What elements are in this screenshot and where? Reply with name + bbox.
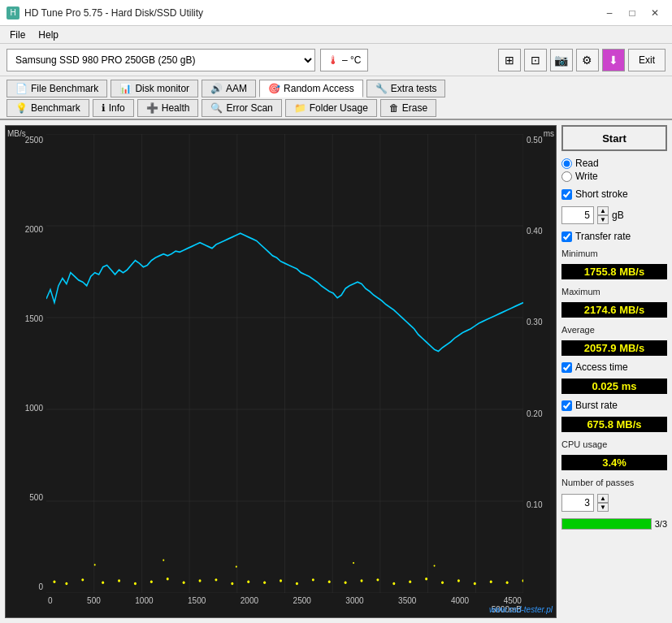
right-panel: Start Read Write Short stroke ▲ ▼ [561,125,667,618]
write-radio[interactable] [561,171,572,182]
short-stroke-label: Short stroke [575,188,628,200]
maximize-button[interactable]: □ [622,4,643,22]
spin-up-button[interactable]: ▲ [597,206,609,215]
toolbar-btn-2[interactable]: ⊡ [524,49,547,71]
x-label-500: 500 [87,596,101,617]
temp-value: – °C [342,54,361,66]
title-bar: H HD Tune Pro 5.75 - Hard Disk/SSD Utili… [0,0,672,26]
y-right-4: 0.10 [527,500,553,509]
svg-point-20 [118,579,120,582]
y-left-3: 1000 [9,404,43,413]
burst-rate-checkbox-label[interactable]: Burst rate [561,400,667,411]
svg-point-38 [409,580,411,582]
toolbar-btn-3[interactable]: 📷 [550,49,573,71]
close-button[interactable]: ✕ [644,4,665,22]
minimum-label: Minimum [561,249,667,258]
x-label-2000: 2000 [241,596,258,617]
cpu-usage-value: 3.4% [561,455,667,470]
burst-rate-label: Burst rate [575,400,618,411]
svg-point-43 [490,580,492,582]
svg-point-49 [353,562,354,564]
svg-point-24 [183,582,185,584]
tab-disk-monitor[interactable]: 📊 Disk monitor [111,80,198,97]
minimize-button[interactable]: – [599,4,620,22]
average-label: Average [561,325,667,335]
spin-down-button[interactable]: ▼ [597,215,609,224]
transfer-rate-checkbox[interactable] [561,231,572,242]
exit-button[interactable]: Exit [628,49,665,71]
tab-erase[interactable]: 🗑 Erase [380,99,436,117]
toolbar-btn-download[interactable]: ⬇ [602,49,625,71]
watermark: www.ssd-tester.pl [489,605,553,614]
start-button[interactable]: Start [561,125,667,151]
svg-point-48 [236,566,237,568]
access-time-checkbox[interactable] [561,362,572,373]
svg-point-35 [361,579,363,582]
svg-point-28 [247,580,249,582]
burst-rate-checkbox[interactable] [561,400,572,411]
short-stroke-checkbox[interactable] [561,189,572,200]
erase-icon: 🗑 [389,102,399,114]
svg-point-30 [280,579,282,582]
tab-extra-tests[interactable]: 🔧 Extra tests [366,80,446,97]
progress-label: 3/3 [655,519,667,529]
maximum-label: Maximum [561,287,667,296]
svg-point-36 [376,578,379,581]
svg-point-40 [441,582,444,584]
tab-benchmark[interactable]: 💡 Benchmark [7,99,89,117]
progress-bar-fill [562,519,651,529]
svg-point-22 [150,580,153,582]
svg-point-42 [474,582,476,585]
error-scan-icon: 🔍 [210,102,223,114]
svg-point-50 [434,565,436,566]
tab-error-scan[interactable]: 🔍 Error Scan [202,99,281,117]
chart-container: MB/s ms 2500 2000 1500 1000 500 0 0.50 0… [5,125,557,618]
y-left-1: 2000 [9,225,43,234]
y-left-0: 2500 [9,136,43,145]
read-radio[interactable] [561,158,572,169]
toolbar-btn-4[interactable]: ⚙ [576,49,599,71]
stroke-unit: gB [612,210,624,221]
tab-folder-usage[interactable]: 📁 Folder Usage [285,99,377,117]
title-bar-text: HD Tune Pro 5.75 - Hard Disk/SSD Utility [24,7,203,19]
passes-spinbox[interactable] [561,494,594,512]
toolbar-btn-1[interactable]: ⊞ [498,49,521,71]
health-icon: ➕ [146,102,158,114]
svg-point-21 [134,582,137,585]
tab-aam[interactable]: 🔊 AAM [202,80,256,97]
maximum-value: 2174.6 MB/s [561,302,667,318]
tab-file-benchmark[interactable]: 📄 File Benchmark [7,80,107,97]
write-radio-label[interactable]: Write [561,171,667,182]
passes-spin-up-button[interactable]: ▲ [597,494,609,503]
aam-icon: 🔊 [210,83,223,94]
tab-info[interactable]: ℹ Info [93,99,134,117]
main-area: MB/s ms 2500 2000 1500 1000 500 0 0.50 0… [0,120,672,623]
menu-help[interactable]: Help [32,28,65,42]
chart-svg-area [46,134,523,593]
y-left-5: 0 [9,582,43,591]
file-benchmark-icon: 📄 [15,83,28,94]
svg-point-31 [296,582,298,585]
tab-random-access[interactable]: 🎯 Random Access [259,80,363,97]
read-radio-label[interactable]: Read [561,158,667,169]
svg-point-45 [522,579,523,582]
svg-point-16 [53,580,55,582]
read-label: Read [575,158,599,169]
short-stroke-checkbox-label[interactable]: Short stroke [561,188,667,200]
write-label: Write [575,171,598,182]
transfer-rate-checkbox-label[interactable]: Transfer rate [561,231,667,242]
drive-select[interactable]: Samsung SSD 980 PRO 250GB (250 gB) [7,49,315,71]
toolbar-icons: ⊞ ⊡ 📷 ⚙ ⬇ Exit [498,49,665,71]
y-right-3: 0.20 [527,409,553,418]
stroke-spinbox[interactable] [561,206,594,224]
average-value: 2057.9 MB/s [561,340,667,356]
access-time-checkbox-label[interactable]: Access time [561,361,667,373]
menu-file[interactable]: File [3,28,32,42]
x-label-3500: 3500 [398,596,416,617]
svg-point-26 [215,578,217,581]
passes-spin-down-button[interactable]: ▼ [597,503,609,512]
toolbar: Samsung SSD 980 PRO 250GB (250 gB) 🌡 – °… [0,44,672,76]
x-label-0: 0 [48,596,53,617]
random-access-icon: 🎯 [268,83,280,94]
tab-health[interactable]: ➕ Health [137,99,199,117]
